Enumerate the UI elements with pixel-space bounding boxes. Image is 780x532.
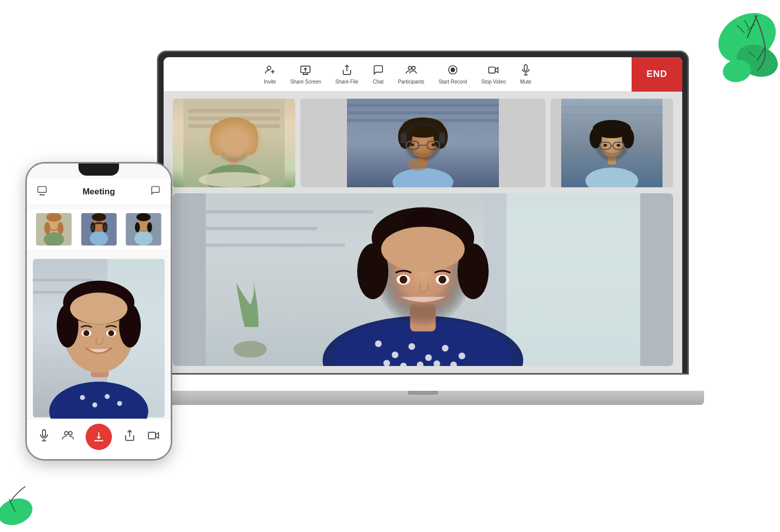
leaf-decoration-bottom-left xyxy=(0,471,51,532)
chat-label: Chat xyxy=(373,79,383,85)
svg-rect-32 xyxy=(230,154,238,165)
mute-label: Mute xyxy=(520,79,531,85)
svg-point-103 xyxy=(400,276,407,283)
svg-point-122 xyxy=(90,231,108,245)
invite-label: Invite xyxy=(264,79,276,85)
participants-button[interactable]: Participants xyxy=(398,64,424,85)
svg-point-81 xyxy=(233,341,267,358)
svg-point-105 xyxy=(439,276,446,283)
svg-point-152 xyxy=(68,431,72,435)
phone-body: Meeting xyxy=(25,162,172,461)
phone-share-button[interactable] xyxy=(124,429,136,444)
svg-point-151 xyxy=(64,431,68,435)
svg-point-144 xyxy=(70,293,127,324)
svg-rect-53 xyxy=(439,133,445,143)
phone-screen: Meeting xyxy=(27,163,171,459)
phone-thumbnail-row xyxy=(27,209,171,250)
svg-point-117 xyxy=(92,213,106,221)
stop-video-icon xyxy=(488,64,499,77)
svg-point-38 xyxy=(226,142,229,145)
participant-video-3[interactable] xyxy=(551,99,673,187)
svg-point-33 xyxy=(215,123,253,166)
svg-point-135 xyxy=(92,402,97,407)
svg-rect-131 xyxy=(33,279,92,281)
svg-point-137 xyxy=(117,401,122,406)
phone-thumb-3[interactable] xyxy=(123,213,165,245)
svg-rect-78 xyxy=(206,210,373,214)
svg-marker-23 xyxy=(495,67,498,72)
svg-rect-28 xyxy=(188,109,280,113)
record-icon xyxy=(447,64,458,77)
svg-point-101 xyxy=(381,227,465,271)
share-file-label: Share File xyxy=(335,79,359,85)
participant-video-2[interactable] xyxy=(300,99,545,187)
phone: Meeting xyxy=(25,162,172,461)
end-label: END xyxy=(646,69,667,79)
record-button[interactable]: Start Record xyxy=(439,64,467,85)
svg-point-72 xyxy=(604,144,607,147)
svg-point-128 xyxy=(135,231,153,245)
phone-monitor-icon xyxy=(37,185,47,198)
svg-point-148 xyxy=(108,330,114,336)
svg-rect-43 xyxy=(347,104,499,107)
participant-video-1[interactable] xyxy=(173,99,295,187)
mute-icon xyxy=(520,64,531,77)
svg-point-18 xyxy=(408,66,411,69)
svg-rect-29 xyxy=(188,116,280,120)
svg-point-40 xyxy=(239,142,242,145)
svg-point-34 xyxy=(214,117,254,143)
laptop: Invite xyxy=(157,51,689,405)
invite-button[interactable]: Invite xyxy=(264,64,276,85)
svg-rect-80 xyxy=(206,243,345,247)
share-file-button[interactable]: Share File xyxy=(335,64,359,85)
svg-point-73 xyxy=(617,144,620,147)
share-file-icon xyxy=(341,64,353,77)
laptop-screen-frame: Invite xyxy=(157,51,689,375)
leaf-decoration-top-right xyxy=(669,0,780,91)
stop-video-button[interactable]: Stop Video xyxy=(481,64,506,85)
svg-rect-44 xyxy=(347,111,499,114)
svg-point-57 xyxy=(410,143,414,146)
participants-label: Participants xyxy=(398,79,424,85)
svg-point-84 xyxy=(375,340,381,347)
phone-chat-icon[interactable] xyxy=(150,185,161,198)
chat-button[interactable]: Chat xyxy=(373,64,384,85)
svg-rect-61 xyxy=(561,106,662,109)
share-screen-button[interactable]: Share Screen xyxy=(290,64,321,85)
svg-point-125 xyxy=(137,213,151,221)
svg-rect-79 xyxy=(206,227,317,230)
phone-main-video[interactable] xyxy=(33,257,165,419)
svg-point-37 xyxy=(225,142,230,145)
svg-rect-22 xyxy=(489,67,495,73)
invite-icon xyxy=(264,64,276,77)
laptop-bezel: Invite xyxy=(164,57,682,373)
meeting-toolbar: Invite xyxy=(164,57,682,92)
main-participant-video[interactable] xyxy=(173,193,673,366)
phone-mic-button[interactable] xyxy=(38,429,50,444)
svg-point-86 xyxy=(408,343,415,350)
svg-point-41 xyxy=(199,172,269,187)
svg-point-36 xyxy=(242,123,258,155)
phone-notch xyxy=(79,163,119,176)
svg-rect-30 xyxy=(188,124,280,128)
phone-participants-button[interactable] xyxy=(62,429,74,444)
top-video-row xyxy=(173,99,673,187)
phone-thumb-1[interactable] xyxy=(33,213,75,245)
svg-point-59 xyxy=(408,158,428,171)
phone-end-button[interactable] xyxy=(86,424,112,450)
svg-point-19 xyxy=(412,66,415,69)
mute-button[interactable]: Mute xyxy=(520,64,531,85)
toolbar-items: Invite xyxy=(164,64,632,85)
svg-point-136 xyxy=(105,394,110,399)
svg-point-127 xyxy=(147,222,152,232)
phone-video-button[interactable] xyxy=(147,429,160,444)
laptop-screen: Invite xyxy=(164,57,682,373)
svg-point-11 xyxy=(267,66,270,69)
svg-point-146 xyxy=(84,330,90,336)
svg-point-39 xyxy=(238,142,243,145)
svg-point-89 xyxy=(458,353,465,359)
svg-point-85 xyxy=(392,351,398,358)
phone-thumb-2[interactable] xyxy=(78,213,120,245)
svg-point-20 xyxy=(451,68,454,71)
participants-icon xyxy=(406,64,417,77)
